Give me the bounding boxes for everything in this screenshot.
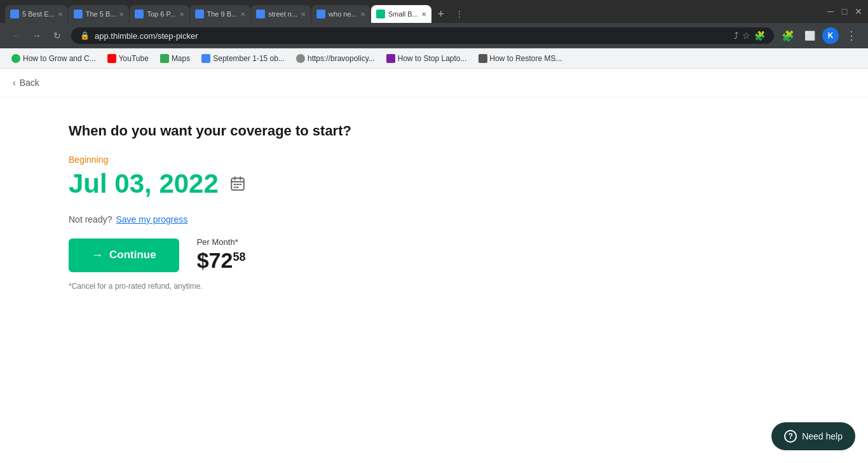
tab-favicon-5 xyxy=(256,10,265,18)
tab-7-active[interactable]: Small B... ✕ xyxy=(371,5,431,23)
tab-label-3: Top 6 P... xyxy=(147,10,175,18)
minimize-button[interactable]: ─ xyxy=(826,7,835,16)
close-button[interactable]: ✕ xyxy=(854,7,863,16)
lock-icon: 🔒 xyxy=(80,31,90,40)
tab-close-1[interactable]: ✕ xyxy=(58,11,63,18)
tab-close-2[interactable]: ✕ xyxy=(119,11,124,18)
save-progress-link[interactable]: Save my progress xyxy=(116,214,187,225)
not-ready-text: Not ready? xyxy=(69,214,112,225)
bookmark-youtube[interactable]: YouTube xyxy=(102,52,154,65)
bookmark-maps[interactable]: Maps xyxy=(155,52,195,65)
tab-favicon-6 xyxy=(316,10,325,18)
screen-capture-button[interactable]: ⬜ xyxy=(801,27,818,45)
main-content: When do you want your coverage to start?… xyxy=(0,97,868,316)
tab-close-4[interactable]: ✕ xyxy=(240,11,245,18)
bookmark-favicon-6 xyxy=(386,54,395,63)
bookmark-favicon-7 xyxy=(478,54,487,63)
nav-buttons: ← → ↻ xyxy=(8,27,66,45)
tab-close-5[interactable]: ✕ xyxy=(301,11,306,18)
forward-button[interactable]: → xyxy=(28,27,46,45)
window-controls: ─ □ ✕ xyxy=(826,7,863,16)
not-ready-row: Not ready? Save my progress xyxy=(69,214,799,225)
tab-close-6[interactable]: ✕ xyxy=(360,11,365,18)
extension-icon[interactable]: 🧩 xyxy=(754,31,765,41)
tab-close-7[interactable]: ✕ xyxy=(421,11,426,18)
tab-favicon-7 xyxy=(376,10,385,18)
maximize-button[interactable]: □ xyxy=(840,7,849,16)
bookmarks-bar: How to Grow and C... YouTube Maps Septem… xyxy=(0,48,868,69)
bookmark-label-5: https://bravopolicy... xyxy=(308,54,375,63)
url-bar[interactable]: 🔒 app.thimble.com/step-picker ⤴ ☆ 🧩 xyxy=(71,27,774,44)
calendar-icon-button[interactable] xyxy=(226,172,249,195)
tab-list-button[interactable]: ⋮ xyxy=(451,5,468,23)
need-help-label: Need help xyxy=(802,431,843,441)
bookmark-bravo[interactable]: https://bravopolicy... xyxy=(291,52,380,65)
url-text: app.thimble.com/step-picker xyxy=(95,31,729,41)
price-dollar: $72 xyxy=(197,248,233,273)
tab-favicon-3 xyxy=(135,10,144,18)
price-cents: 58 xyxy=(233,251,245,264)
date-text: Jul 03, 2022 xyxy=(69,169,219,199)
chrome-browser: 5 Best E... ✕ The 5 B... ✕ Top 6 P... ✕ … xyxy=(0,0,868,69)
bookmark-grow[interactable]: How to Grow and C... xyxy=(6,52,101,65)
tab-strip: 5 Best E... ✕ The 5 B... ✕ Top 6 P... ✕ … xyxy=(5,0,824,23)
price-value: $72 58 xyxy=(197,248,246,273)
tab-2[interactable]: The 5 B... ✕ xyxy=(69,5,130,23)
back-chevron-icon: ‹ xyxy=(13,78,16,88)
bookmark-favicon-1 xyxy=(11,54,20,63)
menu-button[interactable]: ⋮ xyxy=(843,27,860,45)
back-nav[interactable]: ‹ Back xyxy=(0,69,868,97)
back-label: Back xyxy=(20,78,39,88)
arrow-right-icon: → xyxy=(92,249,103,262)
tab-label-7: Small B... xyxy=(388,10,418,18)
tab-favicon-1 xyxy=(10,10,19,18)
tab-5[interactable]: street n... ✕ xyxy=(251,5,311,23)
tab-label-1: 5 Best E... xyxy=(22,10,55,18)
per-month-label: Per Month* xyxy=(197,237,246,247)
date-display: Jul 03, 2022 xyxy=(69,169,799,199)
tab-3[interactable]: Top 6 P... ✕ xyxy=(130,5,189,23)
need-help-button[interactable]: ? Need help xyxy=(771,422,855,450)
tab-1[interactable]: 5 Best E... ✕ xyxy=(5,5,68,23)
bookmark-laptop[interactable]: How to Stop Lapto... xyxy=(381,52,472,65)
bookmark-favicon-4 xyxy=(201,54,210,63)
page-content: ‹ Back When do you want your coverage to… xyxy=(0,69,868,463)
beginning-label: Beginning xyxy=(69,155,799,165)
price-block: Per Month* $72 58 xyxy=(197,237,246,273)
back-button[interactable]: ← xyxy=(8,27,25,45)
tab-label-5: street n... xyxy=(268,10,297,18)
bookmark-icon[interactable]: ☆ xyxy=(742,31,750,41)
profile-button[interactable]: K xyxy=(822,27,839,44)
bookmark-favicon-3 xyxy=(160,54,169,63)
url-actions: ⤴ ☆ 🧩 xyxy=(734,31,765,41)
title-bar: 5 Best E... ✕ The 5 B... ✕ Top 6 P... ✕ … xyxy=(0,0,868,23)
help-icon: ? xyxy=(784,430,797,443)
tab-label-2: The 5 B... xyxy=(86,10,116,18)
bookmark-label-6: How to Stop Lapto... xyxy=(398,54,467,63)
bookmark-favicon-2 xyxy=(107,54,116,63)
tab-4[interactable]: The 9 B... ✕ xyxy=(190,5,251,23)
share-icon[interactable]: ⤴ xyxy=(734,31,738,41)
extensions-button[interactable]: 🧩 xyxy=(779,27,797,45)
tab-6[interactable]: who ne... ✕ xyxy=(311,5,370,23)
tab-label-4: The 9 B... xyxy=(207,10,238,18)
reload-button[interactable]: ↻ xyxy=(48,27,66,45)
bookmark-label-3: Maps xyxy=(172,54,190,63)
tab-favicon-2 xyxy=(74,10,83,18)
bookmark-label-7: How to Restore MS... xyxy=(490,54,562,63)
tab-favicon-4 xyxy=(195,10,204,18)
continue-button[interactable]: → Continue xyxy=(69,238,179,272)
address-bar: ← → ↻ 🔒 app.thimble.com/step-picker ⤴ ☆ … xyxy=(0,23,868,48)
bookmark-favicon-5 xyxy=(296,54,305,63)
tab-close-3[interactable]: ✕ xyxy=(179,11,184,18)
tab-label-6: who ne... xyxy=(329,10,357,18)
bookmark-label-2: YouTube xyxy=(119,54,149,63)
calendar-icon xyxy=(229,176,246,192)
bookmark-restore[interactable]: How to Restore MS... xyxy=(473,52,567,65)
bookmark-september[interactable]: September 1-15 ob... xyxy=(196,52,290,65)
new-tab-button[interactable]: + xyxy=(432,5,450,23)
toolbar-right: 🧩 ⬜ K ⋮ xyxy=(779,27,860,45)
continue-label: Continue xyxy=(109,249,156,261)
bottom-row: → Continue Per Month* $72 58 xyxy=(69,237,799,273)
cancel-note: *Cancel for a pro-rated refund, anytime. xyxy=(69,282,799,291)
